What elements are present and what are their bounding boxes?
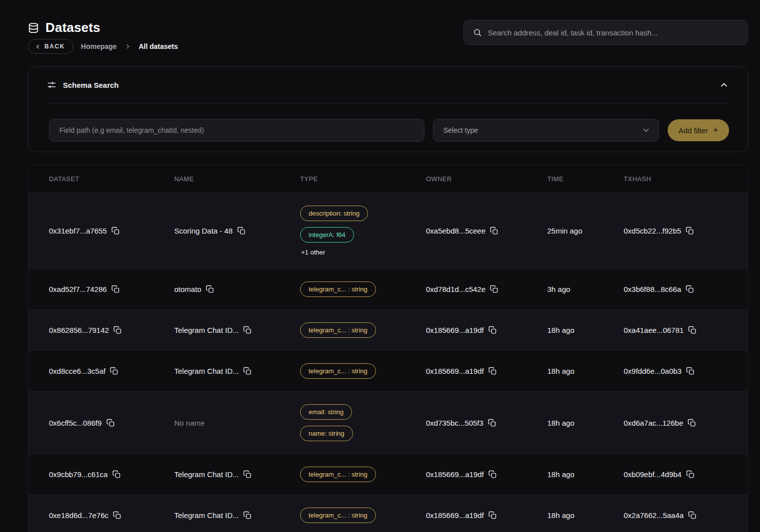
search-input[interactable] <box>488 28 739 37</box>
time-cell: 18h ago <box>547 470 624 479</box>
column-header-txhash: TXHASH <box>624 175 748 183</box>
chevron-left-icon <box>34 43 41 50</box>
copy-icon[interactable] <box>243 470 252 479</box>
copy-icon[interactable] <box>106 419 115 427</box>
txhash-cell: 0x2a7662...5aa4a <box>624 511 748 520</box>
copy-icon[interactable] <box>488 511 497 520</box>
dataset-hash: 0x6cff5c...086f9 <box>49 419 102 427</box>
schema-search-header[interactable]: Schema Search <box>47 77 729 93</box>
time-label: 18h ago <box>547 470 574 479</box>
time-label: 18h ago <box>547 511 574 520</box>
copy-icon[interactable] <box>243 367 252 375</box>
name-cell: Telegram Chat ID... <box>174 511 300 520</box>
search-icon <box>473 28 482 37</box>
copy-icon[interactable] <box>686 470 695 479</box>
copy-icon[interactable] <box>686 227 694 235</box>
copy-icon[interactable] <box>688 419 696 427</box>
type-badge: telegram_c... : string <box>300 281 376 297</box>
owner-hash: 0x185669...a19df <box>426 326 484 334</box>
breadcrumb-item-homepage[interactable]: Homepage <box>81 42 117 50</box>
txhash-cell: 0xd5cb22...f92b5 <box>624 227 748 235</box>
name-cell: Telegram Chat ID... <box>174 470 300 479</box>
table-row[interactable]: 0x6cff5c...086f9No nameemail: stringname… <box>28 391 748 454</box>
breadcrumb-item-all-datasets: All datasets <box>139 42 178 50</box>
type-cell: telegram_c... : string <box>300 508 426 523</box>
table-row[interactable]: 0xad52f7...74286otomatotelegram_c... : s… <box>28 268 748 309</box>
table-row[interactable]: 0x31ebf7...a7655Scoring Data - 48descrip… <box>28 193 748 268</box>
dataset-hash: 0xe18d6d...7e76c <box>49 511 108 520</box>
dataset-name: Telegram Chat ID... <box>174 470 239 479</box>
type-cell: telegram_c... : string <box>300 281 426 297</box>
table-row[interactable]: 0x9cbb79...c61caTelegram Chat ID...teleg… <box>28 454 748 495</box>
copy-icon[interactable] <box>111 227 120 235</box>
add-filter-button[interactable]: Add filter + <box>668 119 729 141</box>
copy-icon[interactable] <box>111 285 120 293</box>
dataset-cell: 0x862856...79142 <box>49 326 174 334</box>
copy-icon[interactable] <box>113 326 122 334</box>
type-badge: telegram_c... : string <box>300 467 376 482</box>
column-header-owner: OWNER <box>426 175 547 183</box>
copy-icon[interactable] <box>243 511 252 520</box>
txhash-cell: 0xb09ebf...4d9b4 <box>624 470 748 479</box>
txhash-cell: 0xd6a7ac...126be <box>624 419 748 427</box>
time-cell: 18h ago <box>547 367 624 375</box>
schema-search-title: Schema Search <box>63 81 119 89</box>
type-badge: integerA: f64 <box>300 227 354 243</box>
owner-cell: 0xd78d1d...c542e <box>426 285 547 293</box>
back-button[interactable]: BACK <box>28 39 73 54</box>
copy-icon[interactable] <box>488 470 497 479</box>
table-body: 0x31ebf7...a7655Scoring Data - 48descrip… <box>28 193 748 532</box>
copy-icon[interactable] <box>488 419 496 427</box>
time-label: 18h ago <box>547 367 574 375</box>
time-cell: 18h ago <box>547 511 624 520</box>
table-row[interactable]: 0xe18d6d...7e76cTelegram Chat ID...teleg… <box>28 495 748 532</box>
column-header-dataset: DATASET <box>49 175 174 183</box>
dataset-cell: 0x9cbb79...c61ca <box>49 470 174 479</box>
table-row[interactable]: 0x862856...79142Telegram Chat ID...teleg… <box>28 309 748 350</box>
copy-icon[interactable] <box>112 470 121 479</box>
datasets-page: Datasets BACK Homepage All datasets Sche… <box>0 0 760 532</box>
add-filter-label: Add filter <box>679 126 708 135</box>
type-select[interactable]: Select type <box>433 119 659 142</box>
copy-icon[interactable] <box>490 285 498 293</box>
chevron-down-icon <box>642 126 651 135</box>
copy-icon[interactable] <box>206 285 214 293</box>
copy-icon[interactable] <box>688 326 697 334</box>
copy-icon[interactable] <box>113 511 121 520</box>
more-types-label: +1 other <box>300 249 325 256</box>
page-title: Datasets <box>45 20 100 35</box>
txhash-hash: 0x2a7662...5aa4a <box>624 511 684 520</box>
dataset-name: otomato <box>174 285 201 293</box>
txhash-hash: 0x3b6f88...8c66a <box>624 285 681 293</box>
chevron-right-icon <box>124 43 131 50</box>
copy-icon[interactable] <box>688 511 697 520</box>
name-cell: Scoring Data - 48 <box>174 227 300 235</box>
type-badge: description: string <box>300 206 368 221</box>
copy-icon[interactable] <box>686 367 695 375</box>
name-cell: No name <box>174 419 300 427</box>
copy-icon[interactable] <box>488 326 497 334</box>
copy-icon[interactable] <box>243 326 252 334</box>
copy-icon[interactable] <box>490 227 498 235</box>
dataset-cell: 0x31ebf7...a7655 <box>49 227 174 235</box>
copy-icon[interactable] <box>686 285 694 293</box>
owner-hash: 0xd78d1d...c542e <box>426 285 485 293</box>
time-label: 25min ago <box>547 227 582 235</box>
dataset-cell: 0xad52f7...74286 <box>49 285 174 293</box>
dataset-name: No name <box>174 419 205 427</box>
dataset-name: Telegram Chat ID... <box>174 326 239 334</box>
type-cell: telegram_c... : string <box>300 467 426 482</box>
chevron-up-icon[interactable] <box>719 80 729 90</box>
copy-icon[interactable] <box>488 367 497 375</box>
column-header-name: NAME <box>174 175 300 183</box>
table-row[interactable]: 0xd8cce6...3c5afTelegram Chat ID...teleg… <box>28 350 748 391</box>
sliders-icon <box>47 80 56 90</box>
copy-icon[interactable] <box>237 227 246 235</box>
page-header: Datasets <box>28 20 100 35</box>
field-path-input[interactable] <box>49 119 424 142</box>
table-header: DATASET NAME TYPE OWNER TIME TXHASH <box>28 165 748 193</box>
owner-cell: 0xd735bc...505f3 <box>426 419 547 427</box>
owner-hash: 0x185669...a19df <box>426 470 484 479</box>
dataset-name: Telegram Chat ID... <box>174 367 239 375</box>
copy-icon[interactable] <box>110 367 118 375</box>
